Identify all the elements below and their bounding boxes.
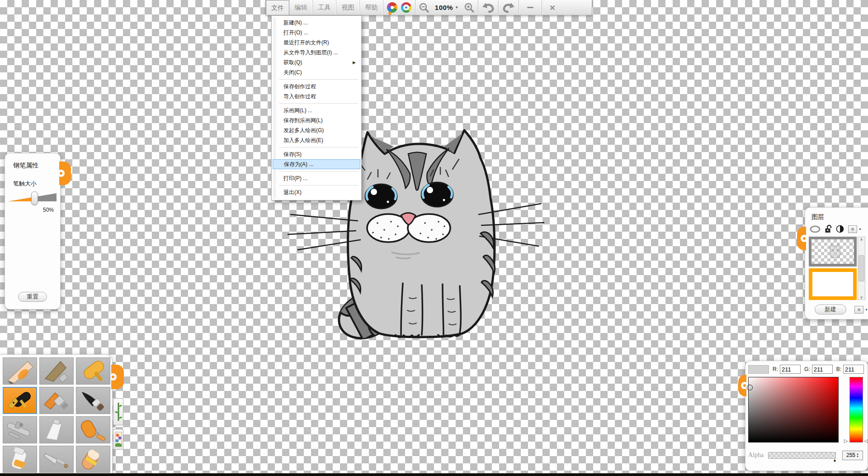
brush-detail-blade[interactable] bbox=[39, 446, 74, 473]
slider-handle[interactable] bbox=[31, 191, 38, 205]
brush-fountain-pen[interactable] bbox=[3, 387, 37, 414]
tab-view[interactable]: 视图 bbox=[336, 0, 360, 15]
alpha-label: Alpha bbox=[748, 452, 768, 459]
bamboo-stamp-button[interactable] bbox=[113, 398, 123, 425]
chevron-down-icon[interactable]: ▼ bbox=[859, 228, 862, 231]
brush-size-label: 笔触大小 bbox=[13, 180, 60, 188]
layer-menu-button[interactable]: ≡ bbox=[848, 225, 857, 233]
redo-button[interactable] bbox=[499, 0, 519, 15]
current-color-swatch bbox=[748, 365, 769, 374]
tab-tools[interactable]: 工具 bbox=[313, 0, 336, 15]
panel-collapse-handle[interactable] bbox=[111, 365, 124, 389]
layer-options-button[interactable]: ≡ bbox=[854, 306, 863, 314]
brush-size-value: 50% bbox=[5, 207, 54, 213]
panel-collapse-handle[interactable] bbox=[738, 375, 746, 396]
alpha-input[interactable] bbox=[843, 452, 855, 458]
zoom-out-button[interactable] bbox=[415, 0, 433, 15]
minimize-icon bbox=[527, 7, 533, 8]
pen-properties-panel: 钢笔属性 笔触大小 50% 重置 bbox=[5, 153, 61, 309]
saturation-value-field[interactable] bbox=[748, 377, 839, 443]
file-menu: 新建(N) ... 打开(O) ... 最近打开的文件(R) 从文件导入到图层(… bbox=[271, 15, 362, 200]
bamboo-stamp-icon bbox=[115, 401, 122, 423]
sv-marker[interactable] bbox=[747, 385, 753, 390]
r-label: R: bbox=[773, 366, 778, 372]
brush-paint-roller[interactable] bbox=[76, 416, 110, 443]
r-input[interactable] bbox=[780, 365, 801, 374]
alpha-slider[interactable]: ▲ bbox=[768, 452, 836, 459]
menu-item-join-multi[interactable]: 加入多人绘画(E) bbox=[273, 135, 360, 145]
brush-paint-bottle[interactable] bbox=[3, 446, 37, 473]
b-input[interactable] bbox=[843, 365, 864, 374]
brush-palette-knife[interactable] bbox=[39, 416, 74, 443]
new-layer-button[interactable]: 新建 bbox=[815, 305, 846, 314]
tab-help[interactable]: 帮助 bbox=[360, 0, 383, 15]
pen-panel-title: 钢笔属性 bbox=[13, 162, 60, 170]
chevron-down-icon[interactable]: ▼ bbox=[865, 308, 868, 311]
menu-separator bbox=[279, 103, 359, 104]
menu-item-save-to-web[interactable]: 保存到乐画网(L) bbox=[273, 115, 360, 125]
menu-item-import-process[interactable]: 导入创作过程 bbox=[273, 91, 360, 101]
layer-thumbnail-selected[interactable] bbox=[809, 268, 857, 300]
menu-item-start-multi[interactable]: 发起多人绘画(G) bbox=[273, 125, 360, 135]
texture-image-button[interactable] bbox=[113, 429, 123, 450]
panel-collapse-handle[interactable] bbox=[59, 162, 71, 185]
alpha-spinner[interactable]: ▲ ▼ bbox=[842, 451, 863, 460]
zoom-in-icon bbox=[464, 2, 475, 13]
brush-pointed-brush[interactable] bbox=[39, 357, 74, 385]
brush-crayon[interactable] bbox=[76, 357, 110, 385]
menu-item-exit[interactable]: 退出(X) bbox=[273, 187, 360, 197]
menu-item-save[interactable]: 保存(S) bbox=[273, 149, 360, 159]
tab-file[interactable]: 文件 bbox=[266, 0, 289, 15]
lehua-logo-icon[interactable] bbox=[387, 2, 397, 13]
unlock-icon[interactable] bbox=[825, 225, 832, 233]
menu-item-print[interactable]: 打印(P) ... bbox=[273, 173, 360, 183]
hue-marker-right-icon[interactable]: ◁ bbox=[864, 438, 868, 444]
menu-item-import-to-layer[interactable]: 从文件导入到图层(I) ... bbox=[273, 48, 360, 57]
reset-button[interactable]: 重置 bbox=[18, 292, 47, 302]
menu-item-close-file[interactable]: 关闭(C) bbox=[273, 67, 360, 77]
close-icon: × bbox=[550, 3, 555, 12]
cat-eye-right bbox=[421, 182, 453, 207]
layers-panel: 图层 ≡ ▼ ∧ bbox=[805, 207, 868, 319]
redo-icon bbox=[502, 2, 515, 13]
layers-scrollbar[interactable]: ∧ ∨ bbox=[858, 237, 865, 300]
tab-edit[interactable]: 编辑 bbox=[289, 0, 313, 15]
submenu-arrow-icon: ▶ bbox=[353, 57, 356, 67]
spin-down-icon[interactable]: ▼ bbox=[856, 455, 859, 458]
brush-size-slider[interactable] bbox=[8, 191, 58, 205]
menu-item-new[interactable]: 新建(N) ... bbox=[273, 18, 360, 28]
scroll-down-icon[interactable]: ∨ bbox=[860, 295, 863, 300]
minimize-button[interactable] bbox=[519, 0, 542, 15]
brush-grid bbox=[0, 355, 112, 476]
brush-airbrush[interactable] bbox=[3, 416, 37, 443]
cat-drawing bbox=[341, 126, 500, 343]
zoom-level-dropdown[interactable]: 100% ▼ bbox=[433, 0, 461, 15]
menu-item-open[interactable]: 打开(O) ... bbox=[273, 28, 360, 38]
hue-marker-left-icon[interactable]: ▷ bbox=[844, 438, 848, 444]
lehua-web-icon[interactable] bbox=[401, 2, 411, 13]
layer-thumbnail-sketch[interactable] bbox=[809, 237, 857, 267]
brush-flat-brush[interactable] bbox=[39, 387, 74, 414]
g-input[interactable] bbox=[812, 365, 833, 374]
brush-eraser[interactable] bbox=[76, 446, 110, 473]
menu-item-save-process[interactable]: 保存创作过程 bbox=[273, 81, 360, 91]
undo-button[interactable] bbox=[478, 0, 498, 15]
alpha-marker-icon[interactable]: ▲ bbox=[833, 458, 837, 462]
menu-item-acquire[interactable]: 获取(Q) ▶ bbox=[273, 57, 360, 67]
scrollbar-thumb[interactable] bbox=[859, 255, 864, 281]
menu-item-recent[interactable]: 最近打开的文件(R) bbox=[273, 38, 360, 48]
hue-bar[interactable] bbox=[849, 377, 863, 443]
scroll-up-icon[interactable]: ∧ bbox=[860, 237, 863, 242]
blend-halfcircle-icon[interactable] bbox=[836, 225, 844, 233]
menu-item-lehua-web[interactable]: 乐画网(L) ... bbox=[273, 105, 360, 115]
color-picker-panel: R: G: B: ▷ ◁ Alpha ▲ ▲ ▼ bbox=[745, 361, 868, 471]
menu-separator bbox=[279, 79, 359, 80]
close-button[interactable]: × bbox=[542, 0, 563, 15]
brush-pencil[interactable] bbox=[3, 357, 37, 385]
visibility-oval-icon[interactable] bbox=[810, 225, 821, 233]
brush-ink-brush[interactable] bbox=[76, 387, 110, 414]
zoom-in-button[interactable] bbox=[461, 0, 478, 15]
menu-item-save-as[interactable]: 保存为(A) ... bbox=[273, 159, 360, 169]
panel-collapse-handle[interactable] bbox=[797, 227, 806, 250]
texture-image-icon bbox=[115, 432, 122, 447]
